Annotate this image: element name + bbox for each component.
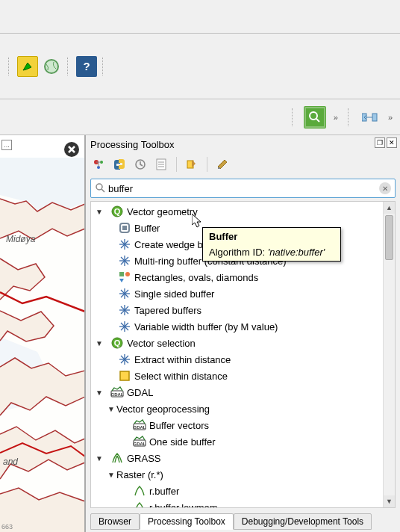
- tree-item-buffer[interactable]: Buffer: [91, 220, 395, 236]
- svg-rect-4: [372, 114, 377, 121]
- tree-item-one-side[interactable]: GDAL One side buffer: [91, 433, 395, 450]
- tree-label: Create wedge buffers: [134, 239, 227, 250]
- models-icon[interactable]: [90, 156, 107, 173]
- tree-group-vector-geometry[interactable]: ▼ Q Vector geometry: [91, 203, 395, 220]
- toolbar-separator: [207, 157, 207, 172]
- chevron-down-icon[interactable]: ▼: [94, 389, 104, 397]
- clear-icon[interactable]: ✕: [379, 182, 391, 194]
- python-icon[interactable]: [111, 156, 128, 173]
- tree-label: Variable width buffer (by M value): [134, 321, 278, 332]
- tree-group-vector-selection[interactable]: ▼ Q Vector selection: [91, 335, 395, 351]
- algorithm-tree[interactable]: ▲ ▼ ▼ Q Vector geometry Buffer Create we…: [90, 201, 396, 508]
- tab-debugging[interactable]: Debugging/Development Tools: [234, 513, 372, 530]
- grass-algorithm-icon: [133, 501, 146, 508]
- select-algorithm-icon: [118, 369, 131, 383]
- gdal-provider-icon: GDAL: [110, 386, 124, 399]
- tree-item-variable-width[interactable]: Variable width buffer (by M value): [91, 318, 395, 335]
- search-input[interactable]: [108, 183, 376, 194]
- map-options-icon[interactable]: …: [1, 140, 12, 150]
- panel-toolbar: [86, 153, 400, 176]
- chevron-down-icon[interactable]: ▼: [106, 471, 116, 479]
- svg-line-44: [121, 261, 125, 265]
- scroll-thumb[interactable]: [385, 215, 393, 260]
- algorithm-icon: [118, 320, 131, 333]
- tree-label: Select within distance: [134, 371, 228, 382]
- grass-algorithm-icon: [133, 484, 146, 498]
- panel-title-bar[interactable]: Processing Toolbox ❐ ✕: [86, 135, 400, 153]
- tree-item-tapered[interactable]: Tapered buffers: [91, 302, 395, 318]
- map-label: Midøya: [6, 234, 35, 244]
- svg-line-72: [125, 327, 128, 330]
- commander-icon[interactable]: [17, 56, 38, 77]
- tree-label: Buffer vectors: [149, 420, 209, 431]
- tab-processing-toolbox[interactable]: Processing Toolbox: [140, 513, 234, 530]
- expand-button[interactable]: »: [332, 113, 340, 122]
- tree-group-vector-geoprocessing[interactable]: ▼ Vector geoprocessing: [91, 400, 395, 417]
- close-icon[interactable]: [63, 141, 80, 158]
- algorithm-icon: [118, 303, 131, 317]
- algorithm-icon: [118, 254, 131, 267]
- svg-line-79: [121, 356, 125, 359]
- help-icon[interactable]: ?: [76, 56, 97, 77]
- chevron-down-icon[interactable]: ▼: [94, 208, 104, 216]
- tree-group-grass[interactable]: ▼ GRASS: [91, 450, 395, 466]
- close-panel-icon[interactable]: ✕: [387, 137, 397, 148]
- svg-point-47: [125, 272, 130, 276]
- toolbar-handle[interactable]: [292, 108, 296, 126]
- scrollbar[interactable]: ▲ ▼: [383, 202, 395, 507]
- tree-label: One side buffer: [149, 436, 216, 448]
- tree-item-multi-ring[interactable]: Multi-ring buffer (constant distance): [91, 253, 395, 269]
- tree-label: Buffer: [134, 223, 160, 234]
- options-icon[interactable]: [214, 156, 231, 173]
- search-accent-icon[interactable]: [304, 106, 326, 129]
- detach-icon[interactable]: ❐: [375, 137, 385, 148]
- tree-item-r-buffer[interactable]: r.buffer: [91, 483, 395, 499]
- align-icon[interactable]: [360, 107, 381, 128]
- shapes-algorithm-icon: [118, 270, 131, 284]
- toolbar-separator: [67, 58, 71, 75]
- tree-label: Raster (r.*): [116, 469, 163, 480]
- svg-point-1: [310, 112, 317, 120]
- history-icon[interactable]: [132, 156, 149, 173]
- expand-button[interactable]: »: [387, 113, 394, 122]
- tree-item-extract-within[interactable]: Extract within distance: [91, 351, 395, 368]
- svg-text:GDAL: GDAL: [134, 425, 146, 430]
- tree-item-r-buffer-lowmem[interactable]: r.buffer.lowmem: [91, 499, 395, 508]
- svg-rect-23: [218, 167, 220, 169]
- toolbar-handle[interactable]: [8, 58, 12, 75]
- chevron-down-icon[interactable]: ▼: [106, 405, 116, 413]
- svg-text:GDAL: GDAL: [111, 392, 124, 397]
- svg-line-71: [121, 327, 125, 330]
- results-icon[interactable]: [153, 156, 169, 173]
- globe-icon[interactable]: [41, 56, 62, 77]
- toolbar-handle[interactable]: [348, 108, 351, 126]
- tree-group-raster-r[interactable]: ▼ Raster (r.*): [91, 466, 395, 483]
- tree-item-create-wedge[interactable]: Create wedge buffers: [91, 236, 395, 253]
- tree-label: GRASS: [127, 453, 161, 464]
- chevron-down-icon[interactable]: ▼: [94, 454, 104, 463]
- svg-line-45: [125, 261, 128, 265]
- scroll-up-icon[interactable]: ▲: [384, 202, 395, 214]
- scroll-down-icon[interactable]: ▼: [384, 495, 395, 507]
- tree-item-buffer-vectors[interactable]: GDAL Buffer vectors: [91, 417, 395, 433]
- search-field[interactable]: ✕: [90, 179, 396, 198]
- tree-item-rectangles[interactable]: Rectangles, ovals, diamonds: [91, 269, 395, 285]
- algorithm-icon: [118, 238, 131, 251]
- svg-line-69: [121, 323, 125, 327]
- main-toolbar: ?: [0, 34, 400, 99]
- map-label: and: [3, 457, 18, 467]
- svg-line-35: [125, 241, 128, 244]
- svg-line-34: [121, 241, 125, 244]
- chevron-down-icon[interactable]: ▼: [94, 339, 104, 347]
- svg-rect-83: [120, 371, 129, 380]
- tree-label: Single sided buffer: [134, 288, 214, 300]
- svg-text:GDAL: GDAL: [134, 442, 146, 446]
- map-canvas[interactable]: Midøya and 663: [0, 158, 84, 532]
- tree-item-select-within[interactable]: Select within distance: [91, 368, 395, 384]
- svg-line-62: [125, 306, 128, 310]
- tree-item-single-sided[interactable]: Single sided buffer: [91, 285, 395, 302]
- tree-group-gdal[interactable]: ▼ GDAL GDAL: [91, 384, 395, 400]
- tab-browser[interactable]: Browser: [90, 513, 140, 530]
- svg-line-55: [121, 294, 125, 297]
- edit-features-icon[interactable]: [184, 156, 200, 173]
